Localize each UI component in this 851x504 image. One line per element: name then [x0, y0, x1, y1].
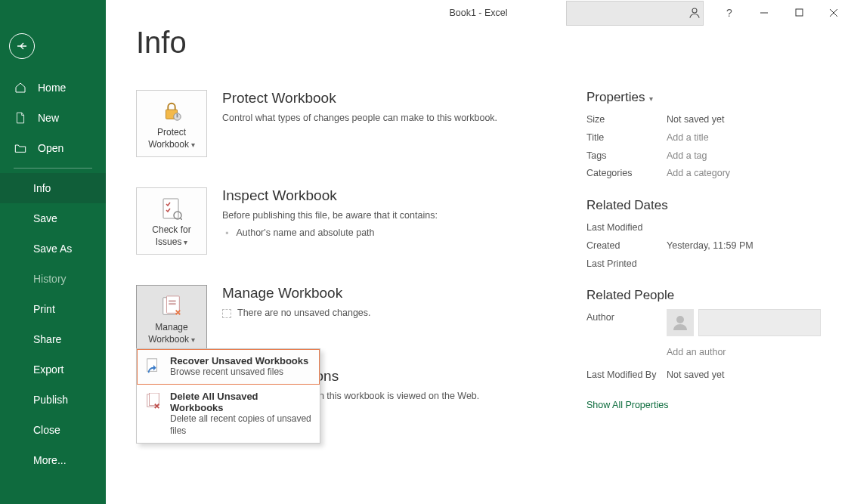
svg-rect-13	[169, 301, 175, 302]
properties-heading-label: Properties	[586, 90, 645, 105]
recover-icon	[144, 357, 162, 375]
related-people-block: Related People Author Add an author	[586, 288, 821, 385]
page-title: Info	[136, 26, 821, 60]
last-modified-by-label: Last Modified By	[586, 366, 667, 385]
nav-new-label: New	[38, 112, 59, 124]
properties-heading[interactable]: Properties	[586, 90, 821, 105]
back-button[interactable]	[9, 33, 35, 59]
created-value: Yesterday, 11:59 PM	[667, 237, 754, 255]
nav-save-label: Save	[33, 212, 57, 224]
main-area: Info Protect Workbook Protect Workbook C…	[106, 0, 851, 504]
nav-print-label: Print	[33, 303, 55, 315]
nav-export-label: Export	[33, 363, 63, 376]
manage-line2: Workbook	[148, 334, 189, 345]
nav-share-label: Share	[33, 333, 61, 345]
svg-rect-14	[169, 304, 175, 305]
section-inspect: Check for Issues Inspect Workbook Before…	[136, 187, 571, 255]
nav-publish[interactable]: Publish	[0, 385, 106, 415]
document-icon	[222, 309, 231, 318]
manage-workbook-button[interactable]: Manage Workbook	[136, 285, 207, 352]
title-label: Title	[586, 129, 667, 147]
svg-line-10	[180, 218, 182, 220]
nav-history-label: History	[33, 273, 67, 285]
inspect-heading: Inspect Workbook	[222, 187, 438, 204]
manage-desc: There are no unsaved changes.	[237, 308, 371, 318]
nav-home[interactable]: Home	[0, 73, 106, 103]
section-protect: Protect Workbook Protect Workbook Contro…	[136, 90, 571, 157]
nav-open-label: Open	[38, 142, 63, 154]
related-people-heading: Related People	[586, 288, 821, 303]
author-input[interactable]	[698, 309, 821, 336]
categories-label: Categories	[586, 165, 667, 183]
categories-value[interactable]: Add a category	[667, 165, 730, 183]
nav-publish-label: Publish	[33, 394, 68, 406]
section-browser-options: tions hen this workbook is viewed on the…	[320, 368, 571, 404]
inspect-line1: Check for	[152, 224, 190, 235]
tags-label: Tags	[586, 147, 667, 165]
browser-desc-tail: hen this workbook is viewed on the Web.	[308, 391, 479, 401]
recover-title: Recover Unsaved Workbooks	[170, 355, 308, 366]
backstage-sidebar: Home New Open Info Save Save As History …	[0, 0, 106, 504]
nav-print[interactable]: Print	[0, 294, 106, 324]
nav-save[interactable]: Save	[0, 203, 106, 233]
svg-point-18	[676, 316, 684, 323]
info-right-column: Properties Size Not saved yet Title Add …	[586, 90, 821, 433]
protect-workbook-button[interactable]: Protect Workbook	[136, 90, 207, 157]
nav-history: History	[0, 264, 106, 294]
size-value: Not saved yet	[667, 111, 724, 129]
manage-dropdown: Recover Unsaved Workbooks Browse recent …	[136, 348, 320, 444]
size-label: Size	[586, 111, 667, 129]
svg-rect-8	[163, 199, 178, 218]
related-dates-heading: Related Dates	[586, 198, 821, 213]
info-left-column: Protect Workbook Protect Workbook Contro…	[136, 90, 571, 433]
author-avatar	[667, 309, 694, 336]
nav-new[interactable]: New	[0, 103, 106, 133]
nav-divider	[14, 168, 92, 169]
inspect-line2: Issues	[156, 237, 182, 247]
protect-desc: Control what types of changes people can…	[222, 111, 497, 125]
nav-save-as[interactable]: Save As	[0, 233, 106, 264]
nav-more[interactable]: More...	[0, 445, 106, 475]
nav-info-label: Info	[33, 182, 51, 194]
svg-rect-7	[177, 114, 178, 118]
delete-unsaved-item[interactable]: Delete All Unsaved Workbooks Delete all …	[137, 385, 320, 443]
show-all-properties-link[interactable]: Show All Properties	[586, 400, 821, 410]
nav-open[interactable]: Open	[0, 133, 106, 163]
nav-export[interactable]: Export	[0, 354, 106, 385]
open-icon	[14, 143, 27, 153]
nav-save-as-label: Save As	[33, 243, 72, 255]
manage-heading: Manage Workbook	[222, 285, 371, 301]
nav-info[interactable]: Info	[0, 173, 106, 203]
svg-rect-17	[150, 393, 159, 406]
recover-unsaved-item[interactable]: Recover Unsaved Workbooks Browse recent …	[137, 349, 320, 385]
nav-share[interactable]: Share	[0, 324, 106, 354]
check-for-issues-button[interactable]: Check for Issues	[136, 187, 207, 255]
manage-icon	[140, 293, 203, 319]
properties-block: Properties Size Not saved yet Title Add …	[586, 90, 821, 183]
delete-sub: Delete all recent copies of unsaved file…	[170, 413, 312, 437]
delete-icon	[144, 392, 162, 410]
nav-more-label: More...	[33, 454, 67, 466]
svg-rect-15	[147, 359, 157, 372]
nav-home-label: Home	[38, 82, 66, 94]
title-value[interactable]: Add a title	[667, 129, 709, 147]
author-label: Author	[586, 309, 667, 327]
protect-line2: Workbook	[148, 139, 189, 150]
add-author[interactable]: Add an author	[667, 344, 821, 362]
nav-close[interactable]: Close	[0, 415, 106, 445]
last-printed-label: Last Printed	[586, 255, 667, 274]
home-icon	[14, 82, 27, 94]
recover-sub: Browse recent unsaved files	[170, 366, 308, 379]
tags-value[interactable]: Add a tag	[667, 147, 707, 165]
protect-line1: Protect	[157, 127, 186, 138]
protect-heading: Protect Workbook	[222, 90, 497, 107]
nav-close-label: Close	[33, 424, 60, 436]
lock-icon	[140, 98, 203, 124]
new-icon	[14, 112, 27, 124]
chevron-down-icon	[649, 90, 653, 105]
manage-line1: Manage	[155, 322, 187, 332]
last-modified-label: Last Modified	[586, 219, 667, 237]
created-label: Created	[586, 237, 667, 255]
checklist-icon	[140, 196, 203, 221]
delete-title: Delete All Unsaved Workbooks	[170, 391, 312, 413]
